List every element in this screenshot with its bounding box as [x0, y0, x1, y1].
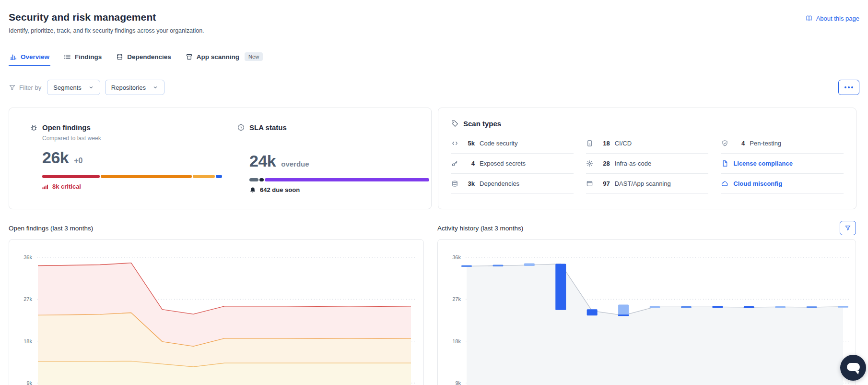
scan-type-dependencies[interactable]: 3k Dependencies: [451, 174, 574, 194]
scan-types-column-2: 18 CI/CD 28 Infra-as-code: [586, 133, 709, 194]
tab-dependencies[interactable]: Dependencies: [116, 52, 171, 66]
chevron-down-icon: [152, 84, 158, 90]
shield-check-icon: [721, 140, 728, 147]
summary-row: Open findings Compared to last week 26k …: [9, 108, 859, 209]
page-title: Security and risk management: [9, 12, 156, 23]
box-icon: [186, 53, 193, 60]
svg-text:9k: 9k: [26, 380, 32, 385]
document-icon: [721, 160, 728, 167]
scan-types-card: Scan types 5k Code security: [438, 108, 856, 209]
sla-bar: [249, 178, 429, 181]
page-header: Security and risk management About this …: [9, 0, 859, 23]
sla-metric: 24k overdue: [249, 152, 429, 170]
bug-icon: [30, 123, 38, 132]
ellipsis-icon: [845, 86, 853, 88]
scan-type-exposed-secrets[interactable]: 4 Exposed secrets: [451, 154, 574, 174]
open-findings-title-row: Open findings: [30, 123, 237, 132]
sla-status-section: SLA status 24k overdue 642 due soon: [237, 123, 429, 209]
svg-text:18k: 18k: [23, 338, 32, 344]
page-subtitle: Identify, prioritize, track, and fix sec…: [9, 27, 859, 34]
scan-type-dast-app-scanning[interactable]: 97 DAST/App scanning: [586, 174, 709, 194]
scan-type-pen-testing[interactable]: 4 Pen-testing: [721, 133, 844, 154]
list-icon: [64, 53, 71, 60]
open-findings-metric: 26k +0: [42, 148, 237, 167]
scan-type-cicd[interactable]: 18 CI/CD: [586, 133, 709, 154]
filter-by-label: Filter by: [9, 84, 41, 91]
cloud-icon: [721, 180, 728, 187]
about-this-page-label: About this page: [816, 15, 859, 22]
security-dashboard-page: Security and risk management About this …: [0, 0, 868, 385]
tag-icon: [451, 120, 459, 128]
chevron-down-icon: [88, 84, 94, 90]
browser-window-icon: [586, 180, 594, 187]
about-this-page-link[interactable]: About this page: [805, 14, 859, 22]
pipeline-file-icon: [586, 140, 594, 147]
open-findings-chart-block: Open findings (last 3 months) 36k27k18k9…: [9, 221, 424, 385]
tab-overview[interactable]: Overview: [10, 52, 49, 66]
scan-type-code-security[interactable]: 5k Code security: [451, 133, 574, 154]
repositories-dropdown[interactable]: Repositories: [105, 80, 164, 95]
activity-history-chart-block: Activity history (last 3 months) 36k27k1…: [437, 221, 856, 385]
critical-stat-label: 8k critical: [52, 183, 81, 190]
scan-type-license-compliance[interactable]: License compliance: [721, 154, 844, 174]
tab-bar: Overview Findings Dependencies: [9, 52, 859, 66]
bell-icon: [249, 187, 256, 193]
code-icon: [451, 140, 458, 147]
tab-findings[interactable]: Findings: [64, 52, 102, 66]
filter-row: Filter by Segments Repositories: [9, 80, 859, 95]
tab-dependencies-label: Dependencies: [127, 53, 171, 60]
sla-status-title-row: SLA status: [237, 123, 429, 132]
open-findings-delta: +0: [74, 156, 82, 165]
activity-history-chart-card: 36k27k18k9k: [437, 239, 856, 385]
stats-card: Open findings Compared to last week 26k …: [9, 108, 432, 209]
funnel-icon: [9, 84, 16, 91]
scan-types-title-row: Scan types: [451, 120, 844, 128]
svg-text:36k: 36k: [452, 254, 461, 260]
svg-text:36k: 36k: [23, 254, 32, 260]
sla-status-title: SLA status: [249, 123, 287, 132]
charts-row: Open findings (last 3 months) 36k27k18k9…: [9, 221, 859, 385]
tab-findings-label: Findings: [75, 53, 102, 60]
scan-type-cloud-misconfig[interactable]: Cloud misconfig: [721, 174, 844, 194]
gear-icon: [586, 160, 594, 167]
activity-filter-button[interactable]: [840, 221, 856, 235]
open-findings-value: 26k: [42, 148, 69, 167]
segments-dropdown[interactable]: Segments: [47, 80, 100, 95]
tab-app-scanning[interactable]: App scanning New: [186, 52, 263, 66]
repositories-dropdown-value: Repositories: [111, 84, 146, 91]
segments-dropdown-value: Segments: [53, 84, 82, 91]
open-findings-section: Open findings Compared to last week 26k …: [30, 123, 237, 209]
svg-text:9k: 9k: [455, 380, 461, 385]
bar-chart-icon: [10, 53, 17, 60]
chat-bubble-icon: [840, 355, 866, 381]
critical-stat: 8k critical: [42, 183, 237, 190]
activity-history-chart-head: Activity history (last 3 months): [437, 221, 856, 235]
svg-text:27k: 27k: [452, 296, 461, 302]
clock-icon: [237, 123, 245, 132]
mini-bars-icon: [42, 183, 48, 190]
activity-history-chart-title: Activity history (last 3 months): [437, 225, 523, 232]
svg-text:27k: 27k: [23, 296, 32, 302]
sla-value-label: overdue: [281, 160, 309, 168]
more-options-button[interactable]: [838, 80, 859, 95]
due-soon-stat: 642 due soon: [249, 186, 429, 193]
sla-value: 24k: [249, 152, 276, 170]
new-badge: New: [245, 52, 263, 61]
due-soon-label: 642 due soon: [260, 186, 300, 193]
scan-types-column-1: 5k Code security 4 Exposed secrets: [451, 133, 574, 194]
chat-widget-button[interactable]: [840, 355, 866, 381]
funnel-icon: [845, 225, 851, 231]
svg-text:18k: 18k: [452, 338, 461, 344]
scan-types-column-3: 4 Pen-testing License compliance Cloud: [721, 133, 844, 194]
open-findings-chart-head: Open findings (last 3 months): [9, 221, 424, 235]
open-findings-chart-card: 36k27k18k9k: [9, 239, 424, 385]
key-icon: [451, 160, 458, 167]
tab-app-scanning-label: App scanning: [197, 53, 239, 60]
database-icon: [451, 180, 458, 187]
scan-type-infra-as-code[interactable]: 28 Infra-as-code: [586, 154, 709, 174]
book-icon: [805, 14, 813, 22]
database-icon: [116, 53, 123, 60]
scan-types-grid: 5k Code security 4 Exposed secrets: [451, 133, 844, 194]
open-findings-area-chart: 36k27k18k9k: [9, 240, 423, 385]
open-findings-chart-title: Open findings (last 3 months): [9, 225, 93, 232]
